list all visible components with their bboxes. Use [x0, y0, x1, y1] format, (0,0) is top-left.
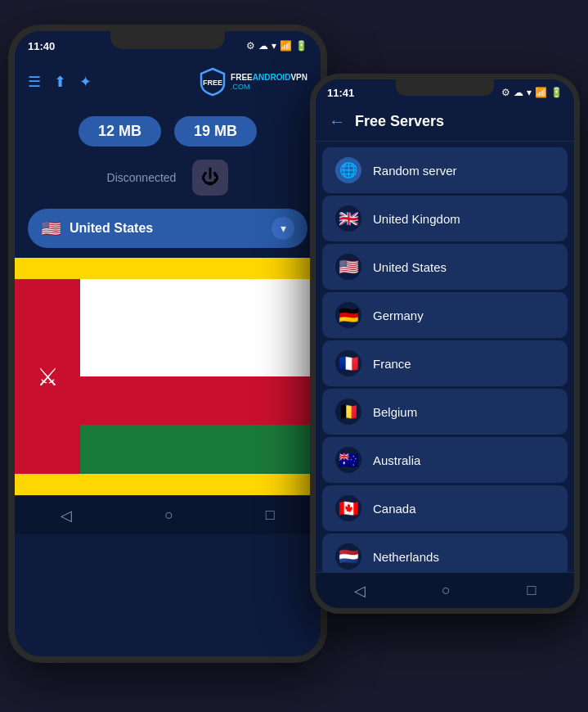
de-flag-icon: 🇩🇪: [335, 302, 361, 328]
header-icons-left: ☰ ⬆ ✦: [28, 73, 92, 91]
battery-icon: 🔋: [295, 40, 307, 52]
upload-badge: 19 MB: [174, 116, 257, 146]
phone2-bottom-nav: ◁ ○ □: [316, 572, 574, 608]
power-button[interactable]: ⏻: [192, 160, 228, 196]
oman-yellow-bottom: [15, 474, 321, 495]
server-item-ca[interactable]: 🇨🇦 Canada: [322, 485, 568, 531]
server-item-au[interactable]: 🇦🇺 Australia: [322, 437, 568, 483]
phone2-content: ← Free Servers 🌐 Random server 🇬🇧 United…: [316, 106, 574, 608]
server-item-be[interactable]: 🇧🇪 Belgium: [322, 389, 568, 435]
server-list: 🌐 Random server 🇬🇧 United Kingdom 🇺🇸 Uni…: [316, 142, 574, 572]
server-name-random: Random server: [373, 164, 457, 178]
share-icon[interactable]: ⬆: [54, 73, 66, 91]
server-item-fr[interactable]: 🇫🇷 France: [322, 340, 568, 386]
phone2-cloud-icon: ☁: [514, 87, 523, 98]
oman-flag: ⚔: [15, 258, 321, 495]
us-flag-icon: 🇺🇸: [335, 254, 361, 280]
phone2-notch: [396, 79, 494, 96]
server-name-uk: United Kingdom: [373, 212, 460, 226]
phone1-header: ☰ ⬆ ✦ FREE FREEANDROIDVPN .COM: [15, 61, 321, 103]
download-badge: 12 MB: [79, 116, 161, 146]
oman-emblem-icon: ⚔: [37, 363, 59, 391]
fr-flag-icon: 🇫🇷: [335, 350, 361, 376]
oman-yellow-top: [15, 258, 321, 279]
phone1-notch: [110, 31, 225, 49]
connection-status: Disconnected: [107, 171, 177, 184]
cloud-icon: ☁: [258, 40, 268, 52]
au-flag-icon: 🇦🇺: [335, 447, 361, 473]
server-item-random[interactable]: 🌐 Random server: [322, 147, 568, 193]
globe-icon: 🌐: [335, 157, 361, 183]
server-name-ca: Canada: [373, 502, 416, 516]
phone2-wifi-icon: ▾: [527, 87, 532, 98]
server-name-au: Australia: [373, 453, 420, 467]
wifi-icon: ▾: [272, 40, 276, 52]
server-name-be: Belgium: [373, 405, 417, 419]
phone1-status-icons: ⚙ ☁ ▾ 📶 🔋: [246, 40, 307, 52]
home-nav-btn[interactable]: ○: [148, 500, 190, 530]
country-selector[interactable]: 🇺🇸 United States ▾: [28, 209, 307, 248]
phone2-time: 11:41: [327, 87, 354, 99]
phone1-bottom-nav: ◁ ○ □: [15, 495, 321, 534]
oman-red-left: ⚔: [15, 279, 80, 474]
signal-icon: 📶: [280, 40, 292, 52]
server-name-nl: Netherlands: [373, 550, 439, 564]
server-name-de: Germany: [373, 309, 424, 322]
server-item-de[interactable]: 🇩🇪 Germany: [322, 292, 568, 338]
selected-flag: 🇺🇸: [41, 219, 61, 238]
be-flag-icon: 🇧🇪: [335, 399, 361, 425]
connection-row: Disconnected ⏻: [15, 153, 321, 205]
recent-nav-btn[interactable]: □: [249, 500, 291, 530]
server-item-uk[interactable]: 🇬🇧 United Kingdom: [322, 196, 568, 241]
oman-middle: ⚔: [15, 279, 321, 474]
shield-logo-icon: FREE: [198, 67, 227, 97]
phone2-battery-icon: 🔋: [550, 87, 563, 98]
selected-country-name: United States: [70, 221, 263, 236]
phone2-signal-icon: 📶: [535, 87, 547, 98]
server-item-nl[interactable]: 🇳🇱 Netherlands: [322, 534, 568, 572]
phone2-recent-nav[interactable]: □: [510, 575, 552, 606]
server-name-us: United States: [373, 260, 447, 274]
logo-text: FREEANDROIDVPN .COM: [231, 73, 307, 92]
star-icon[interactable]: ✦: [79, 73, 92, 91]
phone2: 11:41 ⚙ ☁ ▾ 📶 🔋 ← Free Servers 🌐 Random …: [310, 74, 580, 614]
svg-text:FREE: FREE: [203, 79, 222, 87]
oman-green-stripe: [80, 425, 321, 474]
server-name-fr: France: [373, 357, 411, 371]
ca-flag-icon: 🇨🇦: [335, 495, 361, 521]
phone2-status-icons: ⚙ ☁ ▾ 📶 🔋: [501, 87, 563, 98]
phone2-settings-icon: ⚙: [501, 87, 510, 98]
logo-domain: .COM: [231, 83, 307, 92]
uk-flag-icon: 🇬🇧: [335, 205, 361, 232]
phone2-home-nav[interactable]: ○: [425, 575, 467, 606]
app-logo: FREE FREEANDROIDVPN .COM: [198, 67, 307, 97]
back-button[interactable]: ←: [329, 112, 345, 131]
nl-flag-icon: 🇳🇱: [335, 543, 361, 570]
phone1-time: 11:40: [28, 40, 55, 52]
flag-display: ⚔: [15, 258, 321, 495]
phone2-back-nav[interactable]: ◁: [338, 575, 382, 606]
settings-icon: ⚙: [246, 40, 255, 52]
screen-title: Free Servers: [355, 113, 444, 130]
data-counters: 12 MB 19 MB: [15, 103, 321, 153]
back-nav-btn[interactable]: ◁: [44, 500, 88, 531]
chevron-down-icon: ▾: [272, 217, 294, 240]
oman-white-stripe: [80, 279, 321, 376]
server-item-us[interactable]: 🇺🇸 United States: [322, 244, 568, 290]
menu-icon[interactable]: ☰: [28, 73, 41, 91]
phone1: 11:40 ⚙ ☁ ▾ 📶 🔋 ☰ ⬆ ✦ FREE FREEANDROIDVP…: [8, 25, 327, 663]
phone2-header: ← Free Servers: [316, 106, 574, 142]
